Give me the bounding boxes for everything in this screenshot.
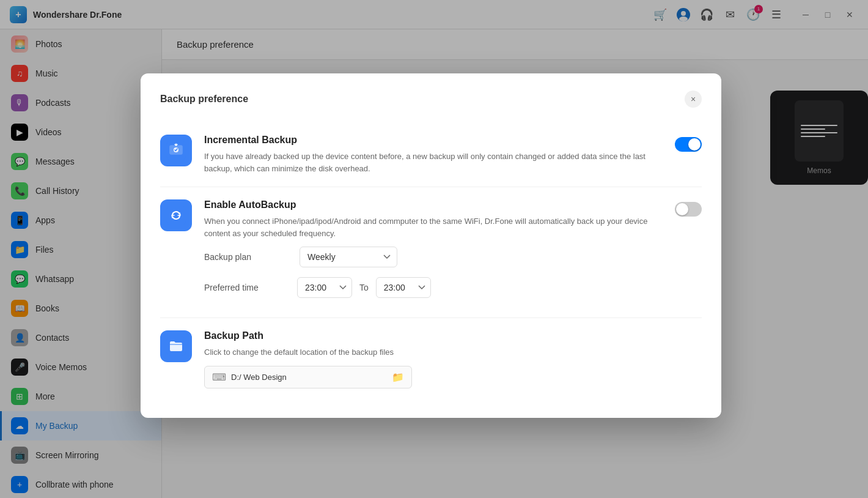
autobackup-section: Enable AutoBackup When you connect iPhon… — [160, 187, 702, 318]
incremental-backup-desc: If you have already backed up the device… — [204, 151, 663, 174]
to-label: To — [359, 283, 369, 292]
autobackup-desc: When you connect iPhone/ipad/ipod/Androi… — [204, 215, 663, 239]
autobackup-toggle-area — [675, 202, 702, 217]
preferred-time-label: Preferred time — [204, 283, 290, 292]
backup-path-icon — [160, 330, 192, 362]
modal-header: Backup preference × — [160, 91, 702, 108]
backup-plan-label: Backup plan — [204, 252, 290, 262]
backup-plan-row: Backup plan Weekly Daily Monthly — [204, 239, 663, 275]
svg-rect-6 — [166, 206, 186, 225]
autobackup-title: Enable AutoBackup — [204, 199, 663, 210]
path-value: D:/ Web Design — [231, 373, 387, 382]
backup-path-content: Backup Path Click to change the default … — [204, 330, 702, 388]
incremental-backup-icon — [160, 135, 192, 166]
autobackup-toggle-thumb — [676, 203, 688, 215]
path-row: ⌨ D:/ Web Design 📁 — [204, 366, 702, 388]
backup-plan-select[interactable]: Weekly Daily Monthly — [300, 247, 397, 267]
modal-title: Backup preference — [160, 94, 248, 105]
autobackup-content: Enable AutoBackup When you connect iPhon… — [204, 199, 663, 305]
keyboard-icon: ⌨ — [212, 371, 226, 383]
autobackup-toggle[interactable] — [675, 202, 702, 217]
backup-path-section: Backup Path Click to change the default … — [160, 318, 702, 401]
incremental-backup-title: Incremental Backup — [204, 135, 663, 146]
folder-browse-icon[interactable]: 📁 — [392, 371, 404, 383]
incremental-backup-content: Incremental Backup If you have already b… — [204, 135, 663, 174]
modal-close-button[interactable]: × — [685, 91, 702, 108]
path-input-box[interactable]: ⌨ D:/ Web Design 📁 — [204, 366, 412, 388]
autobackup-icon — [160, 199, 192, 231]
backup-path-title: Backup Path — [204, 330, 702, 341]
incremental-backup-section: Incremental Backup If you have already b… — [160, 122, 702, 187]
preferred-time-row: Preferred time 23:00 00:0001:0002:00 22:… — [204, 275, 663, 305]
backup-preference-modal: Backup preference × Incremental Backup I… — [141, 73, 721, 418]
time-to-select[interactable]: 23:00 00:0001:00 — [376, 277, 431, 298]
incremental-toggle-thumb — [688, 138, 701, 151]
time-from-select[interactable]: 23:00 00:0001:0002:00 22:00 — [297, 277, 352, 298]
incremental-backup-toggle-area — [675, 137, 702, 152]
incremental-backup-toggle[interactable] — [675, 137, 702, 152]
backup-path-desc: Click to change the default location of … — [204, 346, 702, 359]
